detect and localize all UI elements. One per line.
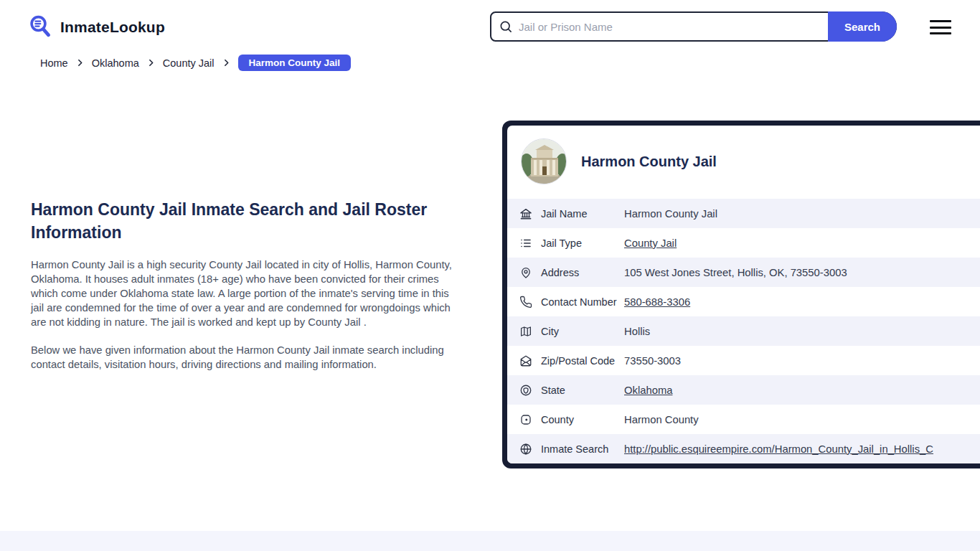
search-icon bbox=[499, 19, 513, 34]
hamburger-menu-icon[interactable] bbox=[930, 19, 951, 36]
phone-icon bbox=[519, 296, 532, 309]
state-link[interactable]: Oklahoma bbox=[624, 385, 672, 396]
jail-card-title: Harmon County Jail bbox=[581, 154, 717, 170]
table-row-jail-type: Jail Type County Jail bbox=[507, 228, 980, 258]
jail-info-table: Jail Name Harmon County Jail Jail Type C… bbox=[507, 197, 980, 463]
map-pin-icon bbox=[519, 266, 532, 279]
breadcrumb-oklahoma[interactable]: Oklahoma bbox=[92, 57, 139, 69]
list-icon bbox=[519, 237, 532, 250]
inmate-search-link[interactable]: http://public.esquireempire.com/Harmon_C… bbox=[624, 443, 933, 455]
table-row-address: Address 105 West Jones Street, Hollis, O… bbox=[507, 258, 980, 287]
chevron-right-icon bbox=[146, 58, 156, 67]
breadcrumb-current-badge: Harmon County Jail bbox=[238, 55, 352, 71]
article-section: Harmon County Jail Inmate Search and Jai… bbox=[31, 198, 453, 372]
magnifier-list-icon bbox=[29, 14, 53, 40]
mail-icon bbox=[519, 354, 532, 367]
state-globe-icon bbox=[519, 384, 532, 397]
article-paragraph: Harmon County Jail is a high security Co… bbox=[31, 258, 453, 329]
table-row-jail-name: Jail Name Harmon County Jail bbox=[507, 199, 980, 228]
brand-name: InmateLookup bbox=[60, 19, 165, 36]
map-icon bbox=[519, 325, 532, 338]
table-row-county: County Harmon County bbox=[507, 405, 980, 434]
contact-number-link[interactable]: 580-688-3306 bbox=[624, 296, 690, 308]
jail-search-bar[interactable]: Search bbox=[490, 11, 897, 42]
jail-detail-card: Harmon County Jail Jail Name Harmon Coun… bbox=[502, 121, 980, 468]
table-row-state: State Oklahoma bbox=[507, 375, 980, 405]
card-header: Harmon County Jail bbox=[507, 126, 980, 197]
table-row-contact-number: Contact Number 580-688-3306 bbox=[507, 287, 980, 316]
breadcrumb: Home Oklahoma County Jail Harmon County … bbox=[40, 55, 351, 71]
web-globe-icon bbox=[519, 443, 532, 456]
table-row-city: City Hollis bbox=[507, 316, 980, 346]
table-row-inmate-search: Inmate Search http://public.esquireempir… bbox=[507, 434, 980, 463]
chevron-right-icon bbox=[75, 58, 85, 67]
article-paragraph: Below we have given information about th… bbox=[31, 343, 453, 372]
bank-icon bbox=[519, 207, 532, 220]
brand-logo[interactable]: InmateLookup bbox=[29, 14, 165, 40]
breadcrumb-county-jail[interactable]: County Jail bbox=[163, 57, 215, 69]
chevron-right-icon bbox=[222, 58, 231, 67]
jail-photo bbox=[521, 138, 567, 184]
search-input[interactable] bbox=[513, 21, 828, 33]
search-button[interactable]: Search bbox=[828, 11, 897, 42]
footer-band bbox=[0, 531, 980, 551]
page-title: Harmon County Jail Inmate Search and Jai… bbox=[31, 198, 453, 244]
county-marker-icon bbox=[519, 413, 532, 426]
jail-type-link[interactable]: County Jail bbox=[624, 237, 677, 249]
breadcrumb-home[interactable]: Home bbox=[40, 57, 68, 69]
table-row-zip-code: Zip/Postal Code 73550-3003 bbox=[507, 346, 980, 375]
